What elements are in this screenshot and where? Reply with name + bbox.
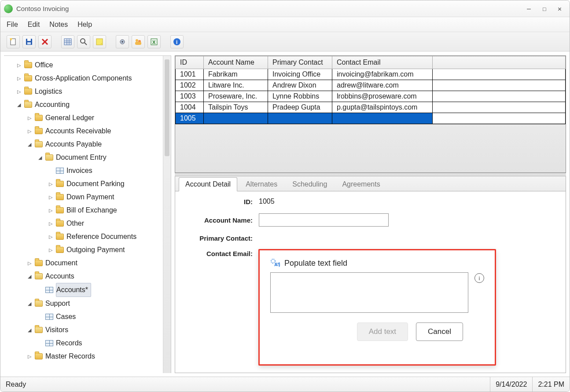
tree-node[interactable]: ◢Accounts — [8, 270, 161, 283]
column-header[interactable]: ID — [176, 56, 204, 69]
table-cell[interactable]: 1002 — [176, 80, 204, 91]
tree-node[interactable]: ◢Accounts Payable — [8, 138, 161, 151]
expand-icon[interactable]: ▷ — [16, 85, 22, 98]
table-cell[interactable] — [433, 102, 566, 113]
menu-notes[interactable]: Notes — [49, 21, 68, 29]
tree-node[interactable]: ▷Other — [8, 217, 161, 230]
table-cell[interactable]: adrew@litware.com — [332, 80, 433, 91]
menu-help[interactable]: Help — [77, 21, 92, 29]
search-button[interactable] — [77, 35, 90, 48]
table-cell[interactable] — [433, 69, 566, 80]
tree-node[interactable]: ▷Document Parking — [8, 177, 161, 191]
populate-text-input[interactable] — [270, 272, 468, 313]
cancel-button[interactable]: Cancel — [416, 322, 463, 341]
tree-node[interactable]: ▷Office — [8, 59, 161, 72]
table-cell[interactable] — [268, 113, 332, 124]
excel-button[interactable]: X — [147, 35, 161, 48]
tree-node[interactable]: ◢Support — [8, 297, 161, 310]
table-cell[interactable]: lrobbins@proseware.com — [332, 91, 433, 102]
expand-icon[interactable]: ▷ — [27, 125, 32, 138]
note-button[interactable] — [93, 35, 106, 48]
expand-icon[interactable]: ▷ — [27, 256, 32, 270]
horizontal-splitter[interactable] — [175, 173, 566, 176]
info-icon[interactable]: i — [474, 273, 484, 283]
accounts-grid[interactable]: IDAccount NamePrimary ContactContact Ema… — [175, 55, 566, 173]
expand-icon[interactable]: ▷ — [27, 350, 32, 363]
tree-node[interactable]: ▷Accounts Receivable — [8, 125, 161, 138]
collapse-icon[interactable]: ◢ — [37, 151, 43, 164]
expand-icon[interactable]: ▷ — [48, 191, 53, 204]
tree-node[interactable]: ▷Reference Documents — [8, 230, 161, 243]
table-cell[interactable]: Fabrikam — [204, 69, 268, 80]
table-cell[interactable]: Lynne Robbins — [268, 91, 332, 102]
table-cell[interactable]: 1004 — [176, 102, 204, 113]
table-cell[interactable] — [433, 91, 566, 102]
tree-node[interactable]: ▷General Ledger — [8, 111, 161, 125]
account-name-input[interactable] — [259, 213, 389, 227]
tree-node[interactable]: Invoices — [8, 164, 161, 177]
user-group-button[interactable] — [132, 35, 145, 48]
expand-icon[interactable]: ▷ — [48, 204, 53, 217]
table-row[interactable]: 1005 — [176, 113, 566, 124]
tree-node[interactable]: ▷Outgoing Payment — [8, 243, 161, 256]
table-cell[interactable]: Andrew Dixon — [268, 80, 332, 91]
table-cell[interactable]: 1001 — [176, 69, 204, 80]
delete-button[interactable] — [38, 35, 51, 48]
minimize-button[interactable]: — — [527, 5, 531, 13]
tree-node[interactable]: ▷Down Payment — [8, 191, 161, 204]
new-doc-button[interactable] — [7, 35, 20, 48]
collapse-icon[interactable]: ◢ — [27, 323, 32, 337]
table-cell[interactable]: invoicing@fabrikam.com — [332, 69, 433, 80]
table-cell[interactable]: Proseware, Inc. — [204, 91, 268, 102]
tree-node[interactable]: Cases — [8, 310, 161, 323]
table-row[interactable]: 1004Tailspin ToysPradeep Guptap.gupta@ta… — [176, 102, 566, 113]
table-cell[interactable] — [433, 80, 566, 91]
expand-icon[interactable]: ▷ — [48, 230, 53, 243]
collapse-icon[interactable]: ◢ — [27, 297, 32, 310]
tree-node[interactable]: ◢Visitors — [8, 323, 161, 337]
menu-edit[interactable]: Edit — [28, 21, 40, 29]
table-cell[interactable]: Litware Inc. — [204, 80, 268, 91]
table-button[interactable] — [61, 35, 74, 48]
nav-tree[interactable]: ▷Office▷Cross-Application Components▷Log… — [4, 56, 163, 373]
column-header[interactable]: Contact Email — [332, 56, 433, 69]
tree-node[interactable]: ▷Cross-Application Components — [8, 72, 161, 85]
gear-button[interactable] — [116, 35, 129, 48]
menu-file[interactable]: File — [7, 21, 18, 29]
expand-icon[interactable]: ▷ — [48, 243, 53, 256]
save-button[interactable] — [22, 35, 36, 48]
tree-node[interactable]: Accounts* — [8, 283, 161, 297]
table-cell[interactable]: Invoicing Office — [268, 69, 332, 80]
info-button[interactable]: i — [170, 35, 184, 48]
table-cell[interactable]: p.gupta@tailspintoys.com — [332, 102, 433, 113]
tree-node[interactable]: ▷Document — [8, 256, 161, 270]
collapse-icon[interactable]: ◢ — [27, 270, 32, 283]
tree-node[interactable]: ◢Document Entry — [8, 151, 161, 164]
tree-node[interactable]: ▷Bill of Exchange — [8, 204, 161, 217]
tab-alternates[interactable]: Alternates — [239, 177, 284, 191]
expand-icon[interactable]: ▷ — [48, 217, 53, 230]
table-row[interactable]: 1003Proseware, Inc.Lynne Robbinslrobbins… — [176, 91, 566, 102]
tree-node[interactable]: Records — [8, 337, 161, 350]
column-header[interactable] — [433, 56, 566, 69]
expand-icon[interactable]: ▷ — [48, 177, 53, 191]
maximize-button[interactable]: ☐ — [542, 5, 546, 13]
table-cell[interactable] — [433, 113, 566, 124]
tab-scheduling[interactable]: Scheduling — [286, 177, 334, 191]
collapse-icon[interactable]: ◢ — [27, 138, 32, 151]
add-text-button[interactable]: Add text — [357, 322, 408, 341]
tree-node[interactable]: ▷Logistics — [8, 85, 161, 98]
table-cell[interactable]: Pradeep Gupta — [268, 102, 332, 113]
column-header[interactable]: Primary Contact — [268, 56, 332, 69]
close-button[interactable]: ✕ — [558, 5, 562, 13]
table-row[interactable]: 1001FabrikamInvoicing Officeinvoicing@fa… — [176, 69, 566, 80]
tab-account-detail[interactable]: Account Detail — [179, 177, 237, 191]
collapse-icon[interactable]: ◢ — [16, 98, 22, 111]
table-cell[interactable]: Tailspin Toys — [204, 102, 268, 113]
table-cell[interactable] — [204, 113, 268, 124]
table-row[interactable]: 1002Litware Inc.Andrew Dixonadrew@litwar… — [176, 80, 566, 91]
tab-agreements[interactable]: Agreements — [335, 177, 386, 191]
table-cell[interactable] — [332, 113, 433, 124]
table-cell[interactable]: 1003 — [176, 91, 204, 102]
expand-icon[interactable]: ▷ — [16, 59, 22, 72]
